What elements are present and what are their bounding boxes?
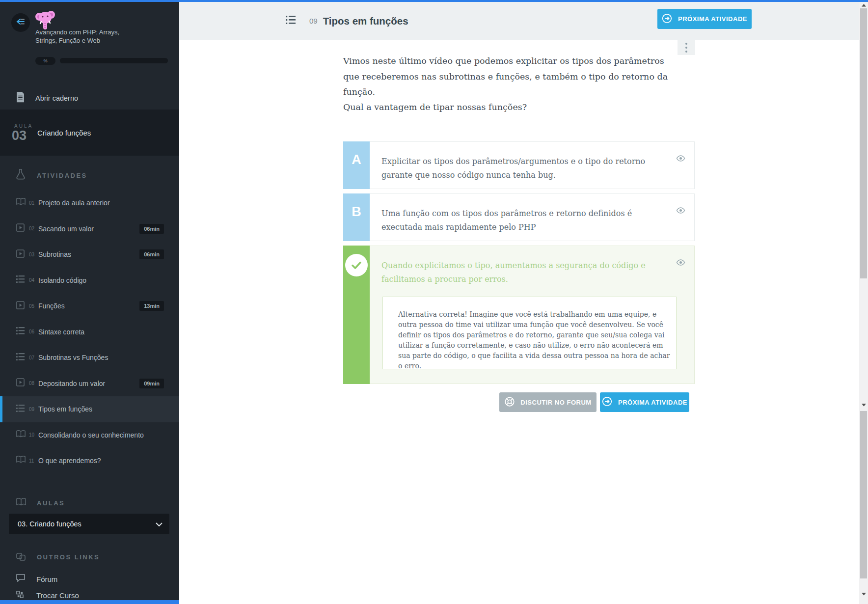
discuss-forum-label: DISCUTIR NO FORUM [520, 399, 591, 406]
activity-item-number: 07 [29, 355, 37, 360]
scroll-down-arrow[interactable] [859, 402, 868, 409]
next-activity-button-top[interactable]: PRÓXIMA ATIVIDADE [657, 9, 752, 29]
activity-item-label: Funções [38, 302, 65, 310]
list-icon [16, 275, 26, 285]
list-icon [16, 353, 26, 362]
activity-item-number: 02 [29, 226, 37, 231]
activity-item-label: Isolando código [38, 276, 86, 284]
activity-item-number: 09 [29, 407, 37, 412]
question-paragraph: Vimos neste último vídeo que podemos exp… [343, 54, 671, 100]
activity-item-number: 03 [29, 252, 37, 257]
activities-section-header: ATIVIDADES [0, 169, 179, 181]
sidebar-item-forum[interactable]: Fórum [0, 572, 179, 586]
option-letter: A [352, 152, 361, 189]
sidebar-activity-03[interactable]: 03Subrotinas06min [0, 242, 179, 268]
option-body: Quando explicitamos o tipo, aumentamos a… [370, 246, 695, 384]
option-letter-box [343, 246, 370, 384]
sidebar-activity-11[interactable]: 11O que aprendemos? [0, 448, 179, 474]
open-notebook-label: Abrir caderno [35, 94, 78, 102]
video-icon [16, 301, 26, 311]
duration-badge: 09min [139, 379, 164, 388]
scrollbar-thumb[interactable] [860, 411, 867, 578]
sidebar-activity-09[interactable]: 09Tipos em funções [0, 396, 179, 422]
answer-option-b[interactable]: BUma função com os tipos dos parâmetros … [343, 193, 695, 241]
video-icon [16, 223, 26, 234]
lessons-section-label: AULAS [37, 499, 65, 507]
sidebar: Avançando com PHP: Arrays, Strings, Funç… [0, 2, 179, 604]
scroll-down-arrow[interactable] [859, 591, 868, 598]
next-activity-label-top: PRÓXIMA ATIVIDADE [678, 15, 747, 23]
option-letter-box: B [343, 193, 370, 241]
activity-item-label: Sacando um valor [38, 225, 94, 233]
duration-badge: 06min [139, 224, 164, 234]
answer-feedback-text: Alternativa correta! Imagine que você es… [398, 309, 672, 371]
list-icon [16, 327, 26, 336]
current-lesson-banner: AULA 03 Criando funções [0, 110, 179, 156]
sidebar-activity-05[interactable]: 05Funções13min [0, 293, 179, 319]
activity-item-number: 06 [29, 329, 37, 334]
trocar-curso-link-label: Trocar Curso [36, 591, 79, 600]
answer-option-a[interactable]: AExplicitar os tipos dos parâmetros/argu… [343, 141, 695, 189]
duration-badge: 06min [139, 249, 164, 259]
list-icon [16, 405, 26, 414]
option-body: Uma função com os tipos dos parâmetros e… [370, 193, 695, 241]
activity-item-label: O que aprendemos? [38, 457, 101, 465]
lessons-section-header: AULAS [0, 497, 179, 509]
sidebar-activity-06[interactable]: 06Sintaxe correta [0, 319, 179, 345]
sidebar-activity-07[interactable]: 07Subrotinas vs Funções [0, 345, 179, 371]
correct-check-icon [345, 254, 368, 276]
book-open-icon [16, 430, 26, 440]
option-letter-box: A [343, 141, 370, 189]
eye-icon[interactable] [676, 206, 685, 215]
sidebar-activity-01[interactable]: 01Projeto da aula anterior [0, 190, 179, 216]
lesson-select[interactable]: 03. Criando funções [9, 514, 169, 534]
answer-option-correct[interactable]: Quando explicitamos o tipo, aumentamos a… [343, 246, 695, 384]
activities-section-label: ATIVIDADES [37, 172, 87, 179]
page-title: Tipos em funções [323, 15, 408, 27]
activity-item-label: Depositando um valor [38, 380, 105, 387]
forum-link-label: Fórum [36, 575, 57, 583]
sidebar-activity-02[interactable]: 02Sacando um valor06min [0, 216, 179, 242]
activity-number: 09 [309, 17, 318, 25]
open-notebook-button[interactable]: Abrir caderno [0, 88, 179, 108]
activity-item-number: 08 [29, 381, 37, 386]
activity-item-label: Subrotinas vs Funções [38, 354, 108, 361]
next-activity-button-bottom[interactable]: PRÓXIMA ATIVIDADE [600, 392, 689, 412]
other-links-section-header: OUTROS LINKS [0, 551, 179, 563]
answer-feedback-box: Alternativa correta! Imagine que você es… [382, 297, 677, 369]
sidebar-activity-04[interactable]: 04Isolando código [0, 268, 179, 294]
discuss-forum-button[interactable]: DISCUTIR NO FORUM [499, 392, 597, 412]
activity-item-number: 04 [29, 277, 37, 283]
collapse-sidebar-button[interactable] [11, 13, 30, 32]
eye-icon[interactable] [676, 154, 685, 163]
activity-item-label: Subrotinas [38, 250, 71, 258]
book-open-icon [16, 198, 26, 208]
video-icon [16, 249, 26, 260]
list-icon [286, 16, 296, 26]
option-text: Quando explicitamos o tipo, aumentamos a… [381, 259, 651, 286]
flask-icon [16, 169, 25, 182]
course-progress-bar [60, 58, 168, 63]
kebab-icon [685, 43, 687, 53]
eye-icon[interactable] [676, 258, 685, 267]
activity-list: 01Projeto da aula anterior02Sacando um v… [0, 190, 179, 474]
scrollbar-thumb[interactable] [860, 8, 867, 278]
collapse-arrow-icon [16, 18, 26, 27]
option-text: Explicitar os tipos dos parâmetros/argum… [381, 155, 672, 182]
sidebar-activity-10[interactable]: 10Consolidando o seu conhecimento [0, 422, 179, 448]
notebook-icon [16, 92, 25, 104]
scroll-up-arrow[interactable] [859, 2, 868, 9]
chevron-down-icon [156, 520, 163, 528]
activity-item-number: 05 [29, 303, 37, 309]
activity-item-label: Projeto da aula anterior [38, 199, 110, 207]
question-prompt: Qual a vantagem de tipar nossas funções? [343, 102, 671, 112]
video-icon [16, 378, 26, 388]
sidebar-activity-08[interactable]: 08Depositando um valor09min [0, 371, 179, 397]
activity-item-label: Consolidando o seu conhecimento [38, 431, 144, 439]
more-options-button[interactable] [678, 40, 695, 55]
life-ring-icon [504, 396, 515, 409]
chat-bubble-icon [16, 574, 25, 584]
activity-item-label: Tipos em funções [38, 405, 92, 413]
option-text: Uma função com os tipos dos parâmetros e… [381, 207, 672, 234]
activity-item-label: Sintaxe correta [38, 328, 84, 336]
